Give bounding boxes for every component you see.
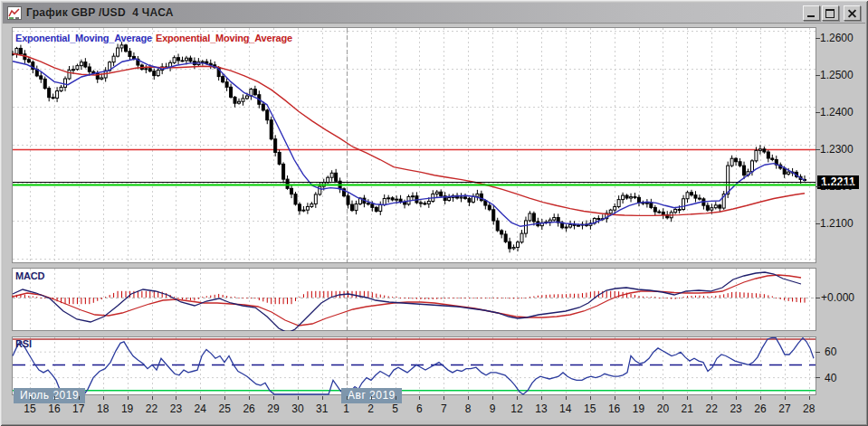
- date-axis-label: 16: [41, 402, 68, 415]
- date-axis-tick: [590, 396, 591, 400]
- date-axis-tick: [566, 396, 567, 400]
- price-axis-tick: [816, 186, 820, 187]
- date-axis-tick: [809, 396, 810, 400]
- price-axis-label: 1.2300: [820, 143, 854, 156]
- date-axis-label: 12: [503, 402, 530, 415]
- rsi-lower-tick-label: 40: [825, 372, 836, 384]
- date-axis-label: 30: [284, 402, 311, 415]
- close-button[interactable]: [844, 5, 861, 21]
- date-axis-label: 15: [16, 402, 43, 415]
- date-axis-label: 23: [722, 402, 749, 415]
- date-axis-tick: [200, 396, 201, 400]
- date-axis-tick: [298, 396, 299, 400]
- date-axis-label: 26: [235, 402, 262, 415]
- date-axis-label: 1: [333, 402, 360, 415]
- date-axis-tick: [224, 396, 225, 400]
- date-axis-tick: [103, 396, 104, 400]
- date-axis-tick: [419, 396, 420, 400]
- price-axis-tick: [816, 38, 820, 39]
- date-axis-label: 25: [211, 402, 238, 415]
- date-axis-label: 22: [138, 402, 166, 415]
- ema-fast-label: Exponential_Moving_Average: [15, 33, 152, 43]
- date-axis-tick: [152, 396, 153, 400]
- price-axis-label: 1.2600: [820, 32, 854, 44]
- date-axis-label: 14: [552, 402, 579, 415]
- chart-icon: [7, 6, 22, 20]
- main-chart-panel[interactable]: [12, 27, 816, 263]
- price-axis-label: 1.2200: [820, 180, 854, 193]
- date-axis-label: 19: [114, 402, 141, 415]
- date-axis-tick: [687, 396, 688, 400]
- date-axis-tick: [273, 396, 274, 400]
- date-axis-tick: [492, 396, 493, 400]
- date-axis-tick: [322, 396, 323, 400]
- chart-window: График GBP /USD 4 ЧАСА Exponential_Movin…: [0, 0, 868, 426]
- date-axis-label: 26: [747, 402, 774, 415]
- date-axis-label: 13: [528, 402, 555, 415]
- date-axis-tick: [468, 396, 469, 400]
- date-axis-label: 23: [162, 402, 189, 415]
- axis-tick: [816, 352, 820, 353]
- date-axis-tick: [54, 396, 55, 400]
- date-axis-tick: [517, 396, 518, 400]
- minimize-button[interactable]: [803, 5, 820, 21]
- date-axis-label: 17: [65, 402, 92, 415]
- date-axis-tick: [176, 396, 176, 400]
- price-axis-tick: [816, 149, 820, 150]
- date-axis-label: 8: [454, 402, 482, 415]
- date-axis-label: 20: [649, 402, 676, 415]
- rsi-panel[interactable]: [12, 336, 816, 395]
- date-axis-tick: [444, 396, 444, 400]
- date-axis-label: 19: [625, 402, 653, 415]
- date-axis-tick: [736, 396, 737, 400]
- date-axis-label: 16: [601, 402, 628, 415]
- date-axis-tick: [711, 396, 712, 400]
- date-axis-tick: [30, 396, 31, 400]
- rsi-upper-tick-label: 60: [825, 346, 836, 358]
- date-axis-label: 31: [309, 402, 336, 415]
- date-axis-label: 28: [796, 402, 823, 415]
- date-axis-tick: [663, 396, 663, 400]
- macd-label: MACD: [15, 270, 44, 281]
- date-axis-tick: [396, 396, 396, 400]
- date-axis-label: 15: [577, 402, 604, 415]
- date-axis-label: 29: [260, 402, 287, 415]
- macd-panel[interactable]: [12, 268, 816, 331]
- window-title: График GBP /USD 4 ЧАСА: [26, 6, 174, 19]
- price-axis-tick: [816, 75, 820, 76]
- date-axis-tick: [615, 396, 615, 400]
- date-axis-tick: [760, 396, 761, 400]
- date-axis-label: 27: [771, 402, 798, 415]
- date-axis-tick: [785, 396, 786, 400]
- maximize-button[interactable]: [822, 5, 839, 21]
- price-axis-tick: [816, 223, 820, 224]
- maximize-icon: [825, 9, 835, 18]
- axis-tick: [816, 298, 820, 298]
- date-axis-tick: [639, 396, 640, 400]
- date-axis-label: 22: [698, 402, 725, 415]
- date-axis-label: 2: [358, 402, 385, 415]
- date-axis-tick: [347, 396, 348, 400]
- price-axis-label: 1.2400: [820, 106, 854, 118]
- date-axis-label: 21: [673, 402, 701, 415]
- titlebar[interactable]: График GBP /USD 4 ЧАСА: [3, 3, 865, 24]
- period-label-july: Июль 2019: [14, 388, 85, 403]
- ema-slow-label: Exponential_Moving_Average: [156, 33, 292, 43]
- date-axis-tick: [79, 396, 80, 400]
- date-axis-label: 18: [90, 402, 117, 415]
- date-axis-tick: [541, 396, 542, 400]
- window-controls: [801, 5, 861, 21]
- price-axis-tick: [816, 112, 820, 113]
- macd-zero-label: +0.000: [821, 291, 854, 304]
- date-axis-label: 9: [479, 402, 506, 415]
- axis-tick: [816, 377, 820, 378]
- date-axis-label: 6: [405, 402, 433, 415]
- minimize-icon: [807, 15, 815, 17]
- price-axis-label: 1.2500: [820, 69, 854, 81]
- date-axis-tick: [371, 396, 372, 400]
- date-axis-label: 7: [430, 402, 457, 415]
- price-axis-label: 1.2100: [820, 217, 854, 230]
- date-axis-label: 24: [186, 402, 214, 415]
- date-axis-tick: [249, 396, 250, 400]
- date-axis-tick: [128, 396, 129, 400]
